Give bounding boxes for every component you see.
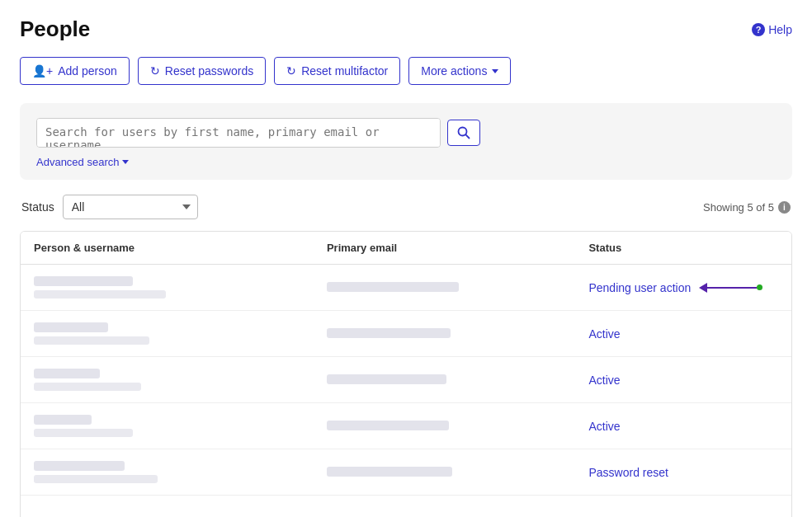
email-blurred	[327, 374, 446, 384]
person-username-blurred	[34, 336, 149, 345]
person-name-blurred	[34, 276, 133, 286]
status-cell: Active	[575, 403, 791, 449]
reset-passwords-button[interactable]: ↻ Reset passwords	[138, 57, 266, 85]
person-cell	[21, 403, 314, 449]
person-name-blurred	[34, 461, 125, 471]
email-cell	[314, 403, 576, 449]
page-title: People	[20, 16, 90, 42]
table-row: Active	[21, 311, 791, 357]
status-filter-select[interactable]: All Active Inactive Pending user action …	[63, 195, 198, 219]
status-badge: Active	[588, 420, 620, 433]
showing-count: Showing 5 of 5 i	[703, 201, 791, 214]
person-cell	[21, 265, 314, 311]
reset-multifactor-button[interactable]: ↻ Reset multifactor	[274, 57, 400, 85]
info-icon: i	[778, 201, 791, 214]
search-button[interactable]	[447, 120, 480, 146]
table-header-row: Person & username Primary email Status	[21, 232, 791, 265]
table-row: Active	[21, 403, 791, 449]
status-badge: Password reset	[588, 466, 668, 479]
status-badge: Active	[588, 327, 620, 341]
add-person-label: Add person	[58, 64, 117, 78]
person-username-blurred	[34, 429, 133, 437]
email-blurred	[327, 467, 452, 477]
person-username-blurred	[34, 383, 141, 391]
table-row: Pending user action	[21, 265, 791, 311]
search-row	[36, 118, 776, 148]
email-cell	[314, 311, 576, 357]
filter-row: Status All Active Inactive Pending user …	[20, 195, 792, 219]
col-header-email: Primary email	[314, 232, 576, 265]
email-blurred	[327, 421, 449, 430]
email-cell	[314, 357, 576, 403]
svg-line-1	[465, 134, 469, 138]
col-header-status: Status	[575, 232, 791, 265]
arrow-indicator	[699, 283, 762, 293]
filter-left: Status All Active Inactive Pending user …	[21, 195, 198, 219]
person-info	[34, 369, 300, 391]
email-blurred	[327, 282, 459, 292]
status-badge: Active	[588, 374, 620, 387]
add-person-icon: 👤+	[32, 64, 53, 78]
email-blurred	[327, 328, 451, 338]
status-filter-label: Status	[21, 200, 54, 214]
person-info	[34, 276, 300, 298]
help-link[interactable]: ? Help	[752, 23, 792, 36]
status-cell: Password reset	[575, 449, 791, 496]
arrow-line	[707, 287, 757, 289]
advanced-search-label: Advanced search	[36, 156, 119, 168]
status-cell: Pending user action	[575, 265, 791, 311]
person-name-blurred	[34, 369, 100, 378]
email-cell	[314, 449, 576, 496]
table-empty-row	[21, 496, 791, 518]
col-header-person: Person & username	[21, 232, 314, 265]
status-cell: Active	[575, 357, 791, 403]
add-person-button[interactable]: 👤+ Add person	[20, 57, 130, 85]
reset-passwords-label: Reset passwords	[165, 64, 253, 78]
advanced-search-chevron-icon	[122, 160, 129, 164]
table-row: Password reset	[21, 449, 791, 496]
more-actions-chevron-icon	[492, 69, 498, 73]
reset-multifactor-label: Reset multifactor	[301, 64, 388, 78]
advanced-search-link[interactable]: Advanced search	[36, 156, 129, 168]
person-cell	[21, 357, 314, 403]
people-table: Person & username Primary email Status P…	[21, 232, 791, 517]
help-label: Help	[768, 23, 792, 36]
help-icon: ?	[752, 23, 765, 36]
arrow-dot	[757, 284, 762, 290]
email-cell	[314, 265, 576, 311]
status-cell: Active	[575, 311, 791, 357]
toolbar: 👤+ Add person ↻ Reset passwords ↻ Reset …	[20, 57, 792, 85]
search-icon	[457, 126, 470, 139]
person-info	[34, 415, 300, 437]
person-username-blurred	[34, 475, 158, 483]
person-name-blurred	[34, 322, 108, 332]
more-actions-label: More actions	[421, 64, 487, 78]
table-container: Person & username Primary email Status P…	[20, 231, 792, 517]
status-row: Pending user action	[588, 281, 778, 294]
more-actions-button[interactable]: More actions	[408, 57, 511, 85]
person-info	[34, 461, 300, 483]
person-cell	[21, 449, 314, 496]
reset-passwords-icon: ↻	[150, 64, 160, 78]
person-cell	[21, 311, 314, 357]
arrow-head-icon	[699, 283, 707, 293]
reset-multifactor-icon: ↻	[286, 64, 296, 78]
showing-count-text: Showing 5 of 5	[703, 201, 774, 214]
table-row: Active	[21, 357, 791, 403]
person-username-blurred	[34, 290, 166, 298]
search-section: Advanced search	[20, 103, 792, 180]
page-header: People ? Help	[20, 16, 792, 42]
search-input[interactable]	[36, 118, 441, 148]
person-name-blurred	[34, 415, 92, 425]
person-info	[34, 322, 300, 345]
status-badge: Pending user action	[588, 281, 691, 294]
